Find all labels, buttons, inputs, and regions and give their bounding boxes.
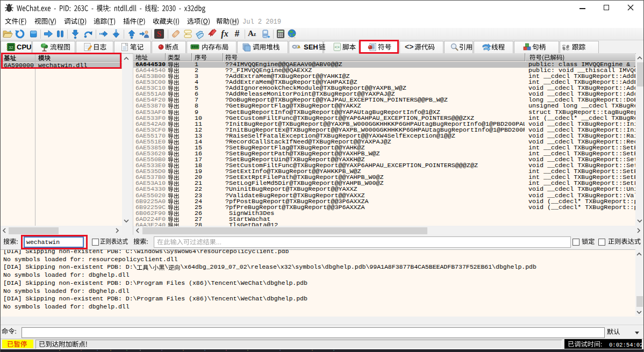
- svg-text:<>: <>: [334, 45, 340, 49]
- svg-text:32: 32: [9, 46, 13, 49]
